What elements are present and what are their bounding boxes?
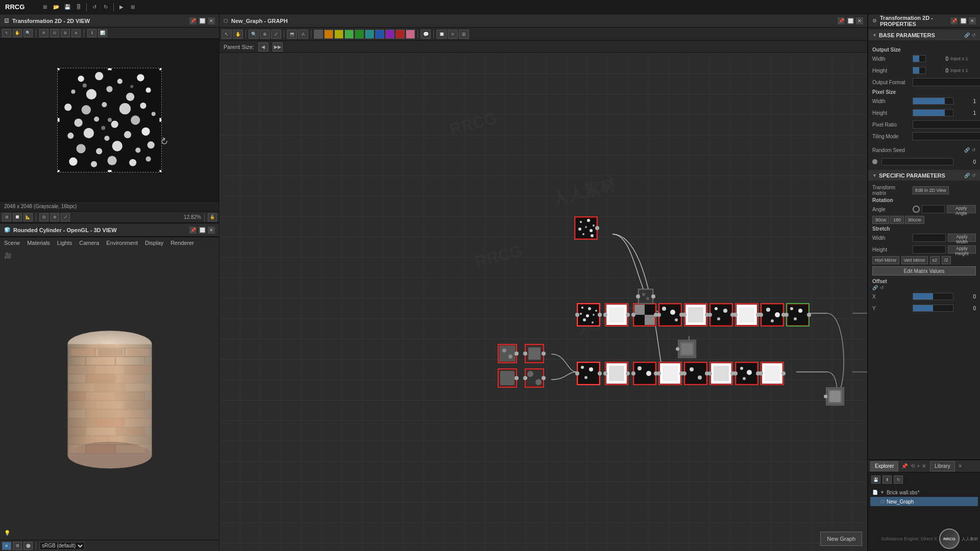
node-transform-1[interactable] (577, 303, 600, 327)
pixel-width-slider[interactable] (913, 97, 953, 105)
pixel-ratio-input[interactable]: Square (913, 120, 980, 129)
node-b1-in[interactable] (603, 313, 607, 317)
tree-child[interactable]: ⬡ New_Graph (870, 497, 978, 506)
tool-r[interactable]: R (39, 29, 48, 37)
props-close[interactable]: ✕ (969, 17, 976, 24)
menu-renderer[interactable]: Renderer (168, 240, 196, 246)
apply-angle-btn[interactable]: Apply Angle (947, 205, 976, 213)
output-format-input[interactable]: 8 Bits per Channel (913, 78, 980, 86)
node-blend-1[interactable] (605, 303, 628, 327)
view-2d-close[interactable]: ✕ (208, 17, 215, 24)
graph-tool-select[interactable]: ↖ (222, 30, 232, 39)
node-gray-blend[interactable] (678, 340, 696, 358)
node-t1-in[interactable] (575, 313, 579, 317)
node-s-chain-6[interactable] (709, 362, 733, 385)
graph-tool-zoom[interactable]: 🔍 (249, 30, 259, 39)
vert-mirror-btn[interactable]: Vert Mirror (901, 256, 928, 264)
nc4-in[interactable] (708, 313, 712, 317)
node-chain-4[interactable] (709, 303, 733, 327)
node-final[interactable] (826, 387, 844, 406)
section-base-params[interactable]: ▼ BASE PARAMETERS 🔗 ↺ (868, 30, 980, 41)
view-2d-pin[interactable]: 📌 (189, 17, 197, 24)
nb2-in[interactable] (523, 376, 527, 380)
np2-in[interactable] (523, 352, 527, 356)
graph-tool-zoom2[interactable]: ⊕ (260, 30, 270, 39)
pixel-height-slider[interactable] (913, 109, 953, 116)
nsc4-in[interactable] (657, 371, 661, 375)
view2d-btn5[interactable]: ⊕ (50, 213, 59, 221)
graph-pin[interactable]: 📌 (838, 17, 845, 24)
random-seed-slider[interactable] (881, 158, 953, 165)
div2-btn[interactable]: /2 (942, 256, 951, 264)
handle-tc[interactable] (108, 68, 112, 70)
node-b1-out[interactable] (626, 313, 630, 317)
props-max[interactable]: ⬜ (960, 17, 967, 24)
color-red[interactable] (396, 30, 405, 39)
node-pre-1[interactable] (498, 344, 517, 363)
menu-materials[interactable]: Materials (25, 240, 52, 246)
node-chain-1[interactable] (633, 303, 656, 327)
toolbar-icon-save2[interactable]: 🗄 (75, 3, 83, 11)
angle-circle[interactable] (913, 206, 920, 213)
np1-out[interactable] (514, 352, 519, 356)
height-slider[interactable] (913, 67, 926, 74)
view3d-btn-color[interactable]: ■ (2, 542, 11, 550)
x2-btn[interactable]: x2 (930, 256, 940, 264)
preset-90cw[interactable]: 90cw (872, 216, 889, 224)
nb2-out[interactable] (542, 376, 546, 380)
node-chain-2[interactable] (658, 303, 682, 327)
node-s-chain-8[interactable] (761, 362, 784, 385)
edit-2d-view-btn[interactable]: Edit in 2D View (913, 186, 949, 194)
view-2d-max[interactable]: ⬜ (199, 17, 206, 24)
handle-ml[interactable] (57, 118, 60, 122)
toolbar-icon-run[interactable]: ▶ (117, 3, 126, 11)
nsc7-in[interactable] (733, 371, 738, 375)
node-s-chain-5[interactable] (684, 362, 707, 385)
nsc8-in[interactable] (759, 371, 763, 375)
nsc5-in[interactable] (682, 371, 687, 375)
node-chain-3[interactable] (684, 303, 707, 327)
nsc2-out[interactable] (626, 371, 630, 375)
props-pin[interactable]: 📌 (950, 17, 958, 24)
nf-in[interactable] (824, 395, 827, 398)
ngb-in[interactable] (676, 347, 679, 351)
toolbar-icon-redo[interactable]: ↻ (102, 3, 110, 11)
node-chain-6[interactable] (761, 303, 784, 327)
width-slider[interactable] (913, 55, 926, 62)
view3d-btn-solid[interactable]: ⬤ (23, 542, 33, 550)
view2d-btn3[interactable]: 📐 (23, 213, 33, 221)
nsc2-in[interactable] (603, 371, 607, 375)
nbm-in1[interactable] (636, 294, 640, 298)
tool-chart[interactable]: 📊 (98, 29, 107, 37)
explorer-tab[interactable]: Explorer (870, 461, 898, 471)
node-blur-1[interactable] (498, 368, 517, 388)
node-s-chain-4[interactable] (658, 362, 682, 385)
graph-tool-comment[interactable]: 💬 (421, 30, 431, 39)
tool-zoom[interactable]: 🔍 (23, 29, 33, 37)
node-t1-out[interactable] (598, 313, 602, 317)
view2d-lock[interactable]: 🔓 (208, 213, 217, 221)
tool-pan[interactable]: ✋ (13, 29, 22, 37)
toolbar-icon-save[interactable]: 💾 (63, 3, 71, 11)
nc3-in[interactable] (682, 313, 687, 317)
handle-bc[interactable] (108, 170, 112, 172)
apply-width-btn[interactable]: Apply Width (948, 234, 976, 242)
graph-tool-connect[interactable]: ⬒ (287, 30, 297, 39)
view-2d-canvas[interactable]: ↻ (0, 39, 219, 201)
handle-mr[interactable] (159, 118, 162, 122)
node-pre-2[interactable] (525, 344, 544, 363)
color-mode-select[interactable]: sRGB (default) (39, 542, 85, 550)
nc6-in[interactable] (759, 313, 763, 317)
node-s-chain-2[interactable] (605, 362, 628, 385)
graph-tool-frame[interactable]: ⊞ (459, 30, 469, 39)
tool-select[interactable]: ↖ (2, 29, 11, 37)
node-blur-2[interactable] (525, 368, 544, 388)
section-specific-params[interactable]: ▼ SPECIFIC PARAMETERS 🔗 ↺ (868, 170, 980, 181)
nc5-in[interactable] (733, 313, 738, 317)
tree-root[interactable]: 📄 ▼ Brick wall.sbs* (870, 488, 978, 497)
parent-size-next[interactable]: ▶▶ (273, 42, 283, 52)
graph-tool-pan[interactable]: ✋ (233, 30, 243, 39)
hori-mirror-btn[interactable]: Hori Mirror (872, 256, 899, 264)
color-yellow[interactable] (334, 30, 344, 39)
graph-max[interactable]: ⬜ (847, 17, 854, 24)
